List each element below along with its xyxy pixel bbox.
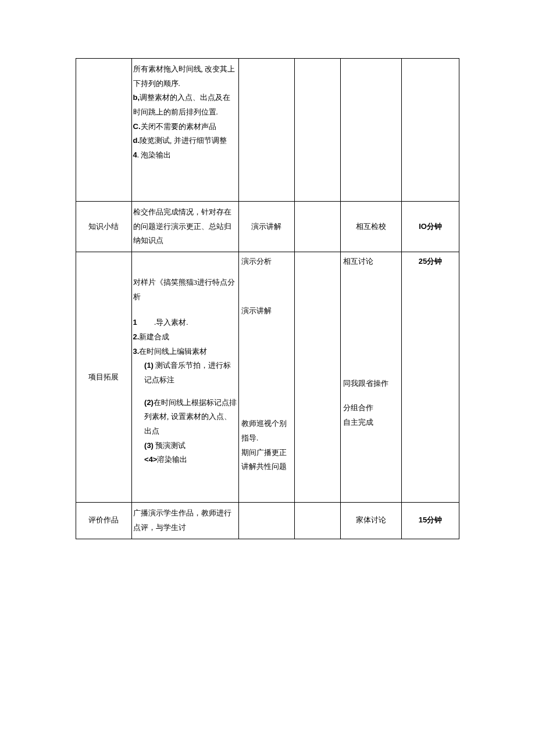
teacher-action: 期间广播更正讲解共性问题 (241, 446, 292, 474)
content-line: d.陵览测试, 并进行细节调整 (133, 134, 238, 148)
cell-teacher: 演示分析 演示讲解 教师巡视个别指导. 期间广播更正讲解共性问题 (239, 252, 295, 502)
cell-stage: 评价作品 (76, 503, 132, 539)
cell-blank (294, 503, 340, 539)
teacher-action: 演示讲解 (241, 304, 292, 318)
cell-content: 对样片《搞笑熊猫3进行特点分析 1 .导入素材. 2.新建合成 3.在时间线上编… (131, 252, 239, 502)
content-subline: (3) 预演测试 (133, 439, 238, 453)
cell-teacher: 演示讲解 (239, 201, 295, 252)
table-row: 知识小结 检交作品完成情况，针对存在的问题逆行演示更正、总站归纳知识点 演示讲解… (76, 201, 459, 252)
content-line: 1 .导入素材. (133, 316, 238, 330)
table-row: 评价作品 广播演示学生作品，教师进行点评，与学生讨 家体讨论 15分钟 (76, 503, 459, 539)
cell-time: 15分钟 (402, 503, 459, 539)
cell-student: 相互检校 (340, 201, 401, 252)
table-row: 所有素材拖入时间线, 改变其上下持列的顺序. b,b,调整素材的入点、出点及在时… (76, 59, 459, 202)
student-action: 自主完成 (343, 415, 399, 430)
content-paragraph: 对样片《搞笑熊猫3进行特点分析 (133, 275, 238, 304)
cell-stage (76, 59, 132, 202)
cell-stage: 知识小结 (76, 201, 132, 252)
content-line: b,b,调整素材的入点、出点及在时间跳上的前后排列位置.调整素材的入点、出点及在… (133, 91, 238, 119)
content-subline: <4>溶染输出 (133, 453, 238, 467)
cell-time: IO分钟 (402, 201, 459, 252)
student-action: 相互讨论 (343, 255, 399, 269)
cell-content: 广播演示学生作品，教师进行点评，与学生讨 (131, 503, 239, 539)
cell-blank (294, 252, 340, 502)
student-action: 分组合作 (343, 401, 399, 415)
content-line: 4. 泡染输出 (133, 148, 238, 163)
teacher-action: 教师巡视个别指导. (241, 417, 292, 445)
cell-teacher (239, 503, 295, 539)
content-subline: (2)在时间线上根据标记点排列素材, 设置素材的入点、出点 (133, 396, 238, 439)
cell-student (340, 59, 401, 202)
content-subline: (1) 测试音乐节拍，进行标记点标注 (133, 359, 238, 387)
cell-teacher (239, 59, 295, 202)
teacher-action: 演示分析 (241, 255, 292, 269)
cell-content: 检交作品完成情况，针对存在的问题逆行演示更正、总站归纳知识点 (131, 201, 239, 252)
cell-time: 25分钟 (402, 252, 459, 502)
cell-time (402, 59, 459, 202)
cell-blank (294, 59, 340, 202)
content-line: 所有素材拖入时间线, 改变其上下持列的顺序. (133, 62, 238, 91)
cell-student: 家体讨论 (340, 503, 401, 539)
cell-student: 相互讨论 同我跟省操作 分组合作 自主完成 (340, 252, 401, 502)
content-line: 2.新建合成 (133, 330, 238, 345)
cell-stage: 项目拓展 (76, 252, 132, 502)
content-line: 3.在时间线上编辑素材 (133, 345, 238, 359)
lesson-table: 所有素材拖入时间线, 改变其上下持列的顺序. b,b,调整素材的入点、出点及在时… (76, 58, 459, 539)
cell-blank (294, 201, 340, 252)
table-row: 项目拓展 对样片《搞笑熊猫3进行特点分析 1 .导入素材. 2.新建合成 3.在… (76, 252, 459, 502)
content-line: C.关闭不需要的素材声品 (133, 120, 238, 134)
cell-content: 所有素材拖入时间线, 改变其上下持列的顺序. b,b,调整素材的入点、出点及在时… (131, 59, 239, 202)
student-action: 同我跟省操作 (343, 377, 399, 391)
